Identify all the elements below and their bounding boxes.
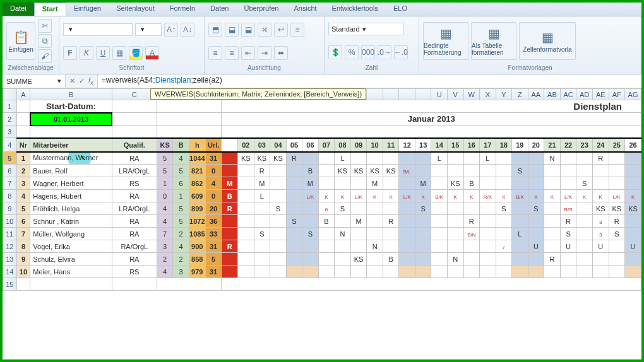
cell[interactable]	[560, 266, 576, 278]
cell[interactable]: 5	[16, 202, 30, 215]
cell[interactable]: KS	[350, 253, 367, 266]
cell[interactable]	[399, 177, 415, 190]
cell[interactable]: KS	[625, 202, 641, 215]
cell[interactable]: 4	[16, 190, 30, 202]
cell[interactable]	[222, 165, 237, 177]
font-family-combo[interactable]: ▾	[63, 23, 133, 36]
tab-entwicklertools[interactable]: Entwicklertools	[325, 3, 386, 16]
cell[interactable]: 1	[157, 177, 173, 190]
cell[interactable]: Vogel, Erika	[30, 240, 112, 253]
cell[interactable]: 03	[254, 138, 270, 152]
name-box[interactable]: SUMME▾	[3, 74, 66, 88]
cell[interactable]: 18	[496, 138, 511, 152]
cell[interactable]: B	[383, 253, 399, 266]
cell[interactable]	[270, 253, 287, 266]
cell[interactable]	[367, 215, 383, 228]
cell[interactable]	[609, 253, 625, 266]
cell[interactable]: KS	[367, 165, 383, 177]
cell[interactable]: 2	[16, 165, 30, 177]
cell[interactable]: 02	[237, 138, 254, 152]
cell[interactable]: 08	[335, 138, 351, 152]
cell[interactable]: 5	[205, 253, 222, 266]
cell[interactable]: 6	[16, 215, 30, 228]
border-button[interactable]: ▦	[112, 46, 126, 60]
cell[interactable]: KS	[270, 152, 287, 165]
cell[interactable]: Nr	[16, 138, 30, 152]
cell[interactable]	[286, 202, 302, 215]
cell[interactable]	[447, 240, 463, 253]
cell[interactable]: S	[496, 202, 511, 215]
tab-ueberpruefen[interactable]: Überprüfen	[236, 3, 286, 16]
cell[interactable]: Schulz, Elvira	[30, 253, 112, 266]
percent-button[interactable]: %	[345, 45, 359, 59]
formula-input[interactable]: =wverweis(A$4;Dienstplan;zeile(a2)	[98, 74, 641, 88]
tab-daten[interactable]: Daten	[203, 3, 236, 16]
cell[interactable]	[625, 266, 641, 278]
tab-einfuegen[interactable]: Einfügen	[66, 3, 109, 16]
cell[interactable]: L/K	[560, 190, 576, 202]
cell[interactable]	[318, 240, 334, 253]
cell[interactable]	[544, 240, 561, 253]
cell[interactable]	[480, 228, 496, 240]
cell[interactable]	[544, 228, 561, 240]
cell[interactable]	[625, 228, 641, 240]
cell[interactable]	[415, 165, 431, 177]
cell[interactable]: Meier, Hans	[30, 266, 112, 278]
cell[interactable]	[496, 253, 511, 266]
cell[interactable]: RA	[112, 152, 157, 165]
cell[interactable]	[576, 228, 593, 240]
cell[interactable]	[592, 253, 609, 266]
cell[interactable]	[592, 177, 609, 190]
cancel-formula-button[interactable]: ✕	[69, 77, 75, 85]
cell[interactable]: 24	[592, 138, 609, 152]
cell[interactable]: 5	[173, 165, 189, 177]
increase-font-button[interactable]: A↑	[164, 23, 178, 37]
cell[interactable]	[544, 266, 561, 278]
cell[interactable]: h	[189, 138, 205, 152]
row-header[interactable]: 14	[3, 266, 17, 278]
cell[interactable]	[383, 228, 399, 240]
cell[interactable]: U	[625, 240, 641, 253]
cell[interactable]	[286, 228, 302, 240]
cell[interactable]: N	[367, 240, 383, 253]
cell[interactable]	[480, 165, 496, 177]
cell[interactable]: B/K	[431, 190, 448, 202]
cell[interactable]: S	[254, 228, 270, 240]
copy-button[interactable]: ⧉	[38, 34, 52, 48]
cell[interactable]	[270, 215, 287, 228]
cell[interactable]: S	[302, 228, 318, 240]
cell[interactable]: K	[576, 190, 593, 202]
cell[interactable]	[496, 228, 511, 240]
cell[interactable]: 13	[415, 138, 431, 152]
cell[interactable]: 3	[157, 240, 173, 253]
cell[interactable]	[592, 266, 609, 278]
cell[interactable]: KS	[383, 165, 399, 177]
cell[interactable]	[383, 266, 399, 278]
cell[interactable]	[512, 215, 528, 228]
cell[interactable]: K	[383, 190, 399, 202]
tab-datei[interactable]: Datei	[3, 3, 34, 16]
cell[interactable]	[480, 215, 496, 228]
cell[interactable]: 6	[318, 202, 334, 215]
cell[interactable]	[270, 190, 287, 202]
cell[interactable]	[350, 177, 367, 190]
cell[interactable]: Bauer, Rolf	[30, 165, 112, 177]
cell[interactable]: L	[431, 152, 448, 165]
cell[interactable]: L/K	[302, 190, 318, 202]
cell[interactable]	[383, 177, 399, 190]
cell[interactable]	[350, 228, 367, 240]
cell[interactable]	[383, 152, 399, 165]
number-format-combo[interactable]: Standard▾	[328, 23, 404, 35]
align-center-button[interactable]: ≡	[208, 46, 222, 60]
cut-button[interactable]: ✄	[38, 19, 52, 33]
cell[interactable]: K	[625, 190, 641, 202]
increase-decimal-button[interactable]: .0→	[378, 45, 391, 59]
cell[interactable]	[528, 266, 544, 278]
fill-color-button[interactable]: 🪣	[129, 46, 143, 60]
cell[interactable]: 7	[157, 228, 173, 240]
cell[interactable]: RA	[112, 228, 157, 240]
cell[interactable]	[496, 165, 511, 177]
cell[interactable]	[512, 202, 528, 215]
cell[interactable]: 5	[157, 165, 173, 177]
cell[interactable]: 4	[173, 240, 189, 253]
